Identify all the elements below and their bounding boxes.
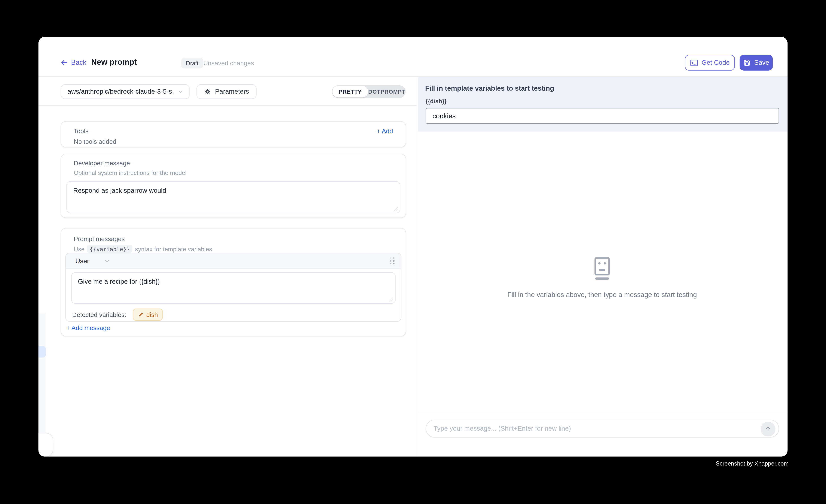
developer-message-subtitle: Optional system instructions for the mod… xyxy=(74,170,187,176)
fill-variables-title: Fill in template variables to start test… xyxy=(425,84,554,92)
tools-title: Tools xyxy=(74,127,88,135)
developer-message-title: Developer message xyxy=(74,160,130,167)
test-panel: Fill in template variables to start test… xyxy=(418,77,787,456)
editor-panel: aws/anthropic/bedrock-claude-3-5-s... Pa xyxy=(39,77,417,456)
model-selector-value: aws/anthropic/bedrock-claude-3-5-s... xyxy=(67,88,173,95)
drag-handle[interactable] xyxy=(390,257,395,265)
empty-state-text: Fill in the variables above, then type a… xyxy=(507,291,697,299)
subtitle-suffix: syntax for template variables xyxy=(135,246,212,252)
role-selector[interactable]: User xyxy=(75,257,110,265)
user-message-textarea[interactable]: Give me a recipe for {{dish}} xyxy=(72,273,395,303)
page-title: New prompt xyxy=(91,57,137,66)
add-message-button[interactable]: + Add message xyxy=(66,324,110,332)
prompt-messages-title: Prompt messages xyxy=(74,235,125,243)
developer-message-card: Developer message Optional system instru… xyxy=(61,154,406,218)
prompt-messages-card: Prompt messages Use {{variable}} syntax … xyxy=(61,228,406,336)
parameters-label: Parameters xyxy=(215,88,249,95)
screenshot-stage: Back New prompt Draft Unsaved changes Ge… xyxy=(0,0,826,504)
send-button[interactable] xyxy=(761,422,775,437)
tools-empty-text: No tools added xyxy=(74,138,116,145)
add-tool-button[interactable]: + Add xyxy=(376,127,393,135)
dish-variable-input[interactable] xyxy=(426,108,779,124)
message-header: User xyxy=(66,253,401,269)
save-floppy-icon xyxy=(743,59,751,66)
header: Back New prompt Draft Unsaved changes Ge… xyxy=(39,37,787,77)
toggle-option-dotprompt[interactable]: DOTPROMPT xyxy=(368,88,406,95)
save-label: Save xyxy=(754,59,769,66)
parameters-button[interactable]: Parameters xyxy=(196,84,257,99)
resize-grip-icon[interactable] xyxy=(389,297,394,302)
message-block: User Give me a recipe for {{dish}} Detec… xyxy=(65,253,401,322)
toggle-option-pretty[interactable]: PRETTY xyxy=(333,86,368,98)
watermark-text: Screenshot by Xnapper.com xyxy=(716,460,789,467)
background-sidebar-active-item xyxy=(39,346,46,358)
app-window: Back New prompt Draft Unsaved changes Ge… xyxy=(39,37,787,456)
role-value: User xyxy=(75,257,89,265)
save-button[interactable]: Save xyxy=(740,55,773,71)
view-mode-toggle: PRETTY DOTPROMPT xyxy=(332,85,406,98)
detected-variables-row: Detected variables: dish xyxy=(72,309,163,321)
developer-message-textarea[interactable]: Respond as jack sparrow would xyxy=(67,182,400,213)
template-variables-section: Fill in template variables to start test… xyxy=(418,77,787,132)
arrow-left-icon xyxy=(61,59,68,66)
variable-chip-dish[interactable]: dish xyxy=(132,309,163,321)
chat-message-input[interactable] xyxy=(426,420,778,437)
gear-icon xyxy=(204,88,211,95)
model-toolbar: aws/anthropic/bedrock-claude-3-5-s... Pa xyxy=(39,77,417,106)
get-code-button[interactable]: Get Code xyxy=(685,55,735,71)
variable-chip-label: dish xyxy=(146,311,158,318)
arrow-up-icon xyxy=(764,425,772,433)
detected-variables-label: Detected variables: xyxy=(72,311,126,318)
model-selector[interactable]: aws/anthropic/bedrock-claude-3-5-s... xyxy=(61,84,190,99)
dish-variable-label: {{dish}} xyxy=(426,98,447,104)
back-button[interactable]: Back xyxy=(61,58,86,66)
chevron-down-icon xyxy=(178,88,184,95)
user-message-field: Give me a recipe for {{dish}} xyxy=(71,272,396,304)
chat-divider xyxy=(418,412,787,412)
subtitle-prefix: Use xyxy=(74,246,84,252)
chat-empty-state: Fill in the variables above, then type a… xyxy=(418,257,786,299)
robot-face-icon xyxy=(594,257,610,280)
back-label: Back xyxy=(71,58,86,66)
chevron-down-icon xyxy=(104,258,110,264)
unsaved-changes-note: Unsaved changes xyxy=(203,60,254,67)
background-sidebar-strip xyxy=(39,313,46,433)
get-code-label: Get Code xyxy=(702,59,730,66)
resize-grip-icon[interactable] xyxy=(394,206,398,211)
background-sidebar-box xyxy=(39,433,53,456)
chat-input-bar xyxy=(426,420,779,437)
status-badge: Draft xyxy=(181,58,203,68)
developer-message-field: Respond as jack sparrow would xyxy=(66,181,400,213)
prompt-messages-subtitle: Use {{variable}} syntax for template var… xyxy=(74,245,212,253)
variable-syntax-chip: {{variable}} xyxy=(87,245,132,253)
code-terminal-icon xyxy=(690,59,698,67)
edit-pencil-icon xyxy=(137,312,144,318)
tools-card: Tools + Add No tools added xyxy=(61,121,406,147)
